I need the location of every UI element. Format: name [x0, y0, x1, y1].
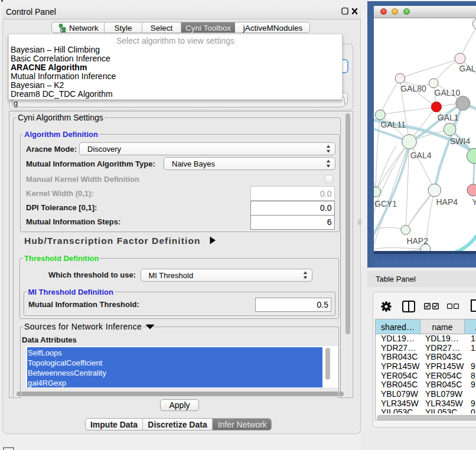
svg-text:HAP4: HAP4 [436, 197, 458, 207]
svg-text:GAL2: GAL2 [459, 64, 476, 73]
svg-text:GCY1: GCY1 [374, 199, 397, 208]
svg-text:YP: YP [472, 197, 476, 207]
svg-text:GAL11: GAL11 [380, 120, 406, 129]
svg-text:SWI4: SWI4 [450, 136, 470, 146]
svg-text:GAL80: GAL80 [400, 84, 426, 93]
svg-text:GAL4: GAL4 [410, 151, 432, 160]
svg-text:GAL10: GAL10 [435, 88, 461, 97]
svg-text:GAL1: GAL1 [438, 113, 459, 122]
svg-text:HAP2: HAP2 [406, 236, 428, 246]
